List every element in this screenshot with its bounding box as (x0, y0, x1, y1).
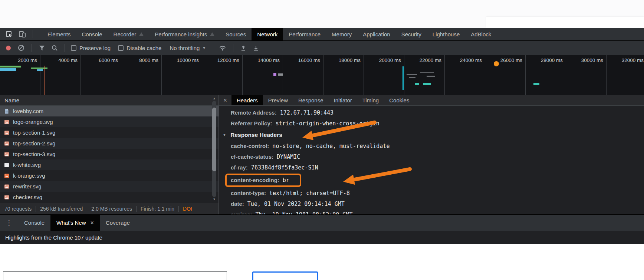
response-header-row: date:Tue, 01 Nov 2022 09:14:14 GMT (219, 198, 644, 209)
inspect-element-icon[interactable] (2, 28, 16, 40)
preview-feature-icon (210, 32, 214, 36)
main-panel-tab[interactable]: Elements (42, 28, 76, 40)
network-overview-timeline[interactable]: 2000 ms 4000 ms 6000 ms 8000 ms 10000 ms… (0, 55, 644, 95)
details-tab[interactable]: Initiator (329, 95, 357, 105)
request-row[interactable]: rewriter.svg (0, 181, 218, 192)
chevron-down-icon: ▾ (203, 45, 205, 50)
divider (32, 44, 32, 52)
details-tab[interactable]: Response (293, 95, 329, 105)
scrollbar-thumb[interactable] (212, 108, 216, 171)
device-toolbar-icon[interactable] (16, 28, 29, 40)
file-type-icon (4, 119, 10, 125)
main-panel-tab[interactable]: Network (252, 28, 283, 40)
drawer-tab[interactable]: Console × (18, 215, 50, 231)
timeline-mark (409, 77, 415, 78)
browser-page-area (0, 0, 644, 28)
scroll-down-icon[interactable]: ▼ (211, 197, 217, 202)
request-name: rewriter.svg (13, 183, 42, 190)
divider (33, 30, 33, 38)
close-icon[interactable]: × (91, 220, 94, 226)
timeline-marks (0, 55, 644, 95)
preserve-log-checkbox[interactable]: Preserve log (71, 45, 111, 51)
status-item: 256 kB transferred (32, 206, 83, 212)
disable-cache-checkbox[interactable]: Disable cache (118, 45, 161, 51)
main-panel-tab[interactable]: Performance (283, 28, 326, 40)
search-icon[interactable] (48, 41, 61, 55)
request-row[interactable]: k-white.svg (0, 159, 218, 170)
main-panel-tab[interactable]: Security (396, 28, 427, 40)
main-panel-tab[interactable]: Application (357, 28, 395, 40)
request-row[interactable]: logo-orange.svg (0, 116, 218, 127)
checkbox-icon (71, 45, 76, 51)
details-tab-bar: × Headers Preview Response (219, 95, 644, 106)
overflow-menu-icon[interactable]: ⋮ (0, 218, 18, 227)
main-panel-tab[interactable]: Lighthouse (427, 28, 465, 40)
export-har-icon[interactable] (250, 41, 262, 55)
file-type-icon (4, 194, 10, 200)
devtools-window: Elements Console Recorder Performance in… (0, 0, 644, 280)
details-tab[interactable]: Preview (263, 95, 293, 105)
response-header-row: cf-ray:763384df8f5fa3ec-SIN (219, 162, 644, 173)
request-row[interactable]: kwebby.com (0, 106, 218, 116)
scrollbar-track[interactable] (212, 101, 216, 197)
filter-icon[interactable] (36, 41, 48, 55)
request-row[interactable]: checker.svg (0, 192, 218, 202)
status-item: 70 requests (4, 206, 32, 212)
record-button[interactable] (6, 46, 11, 50)
response-header-row: expires:Thu, 19 Nov 1981 08:52:00 GMT (219, 209, 644, 214)
whats-new-content (0, 244, 644, 280)
request-name: top-section-3.svg (13, 151, 55, 157)
response-headers-list: cache-control:no-store, no-cache, must-r… (219, 141, 644, 214)
main-panel-tab[interactable]: Memory (326, 28, 357, 40)
timeline-mark (273, 73, 276, 76)
response-header-row: content-type:text/html; charset=UTF-8 (219, 188, 644, 198)
inspect-cursor-icon (5, 30, 13, 38)
disclosure-triangle-icon: ▼ (223, 129, 226, 141)
timeline-mark (533, 83, 539, 85)
timeline-mark (494, 61, 499, 66)
import-har-icon[interactable] (237, 41, 250, 55)
checkbox-icon (118, 45, 124, 51)
timeline-mark (420, 72, 434, 73)
status-items: 70 requests 256 kB transferred 2.0 MB re… (4, 206, 174, 212)
whats-new-headline: Highlights from the Chrome 107 update (0, 231, 644, 244)
main-panel-tab[interactable]: Sources (220, 28, 252, 40)
details-tab[interactable]: Cookies (384, 95, 414, 105)
main-panel-tab[interactable]: Console (76, 28, 108, 40)
divider (212, 44, 212, 52)
timeline-mark (45, 66, 45, 95)
request-row[interactable]: k-orange.svg (0, 170, 218, 181)
main-panel-tab[interactable]: Performance insights (149, 28, 220, 40)
main-panel-tab[interactable]: Recorder (108, 28, 150, 40)
name-column-header[interactable]: Name (0, 95, 218, 106)
status-metric-truncated: DOI (174, 206, 192, 212)
whats-new-focused-item[interactable] (252, 271, 318, 280)
timeline-mark (0, 68, 16, 71)
request-row[interactable]: top-section-3.svg (0, 149, 218, 159)
network-status-bar: 70 requests 256 kB transferred 2.0 MB re… (0, 203, 218, 214)
network-toolbar: Preserve log Disable cache No throttling… (0, 41, 644, 55)
timeline-mark (37, 69, 43, 71)
request-name: k-white.svg (13, 162, 41, 168)
clear-icon[interactable] (18, 45, 24, 51)
response-header-row: cache-control:no-store, no-cache, must-r… (219, 141, 644, 151)
main-panel-tab[interactable]: AdBlock (465, 28, 497, 40)
scroll-up-icon[interactable]: ▲ (211, 96, 217, 101)
timeline-mark (0, 66, 21, 67)
details-tab[interactable]: Headers (231, 95, 263, 105)
request-row[interactable]: top-section-1.svg (0, 127, 218, 138)
scrollbar[interactable]: ▲ ▼ (211, 96, 217, 202)
details-tab[interactable]: Timing (357, 95, 384, 105)
file-type-icon (4, 162, 10, 168)
response-headers-section[interactable]: ▼ Response Headers (219, 129, 644, 141)
throttling-dropdown[interactable]: No throttling ▾ (170, 45, 205, 51)
drawer-tab[interactable]: What's New × (50, 215, 100, 231)
network-conditions-icon[interactable] (216, 41, 229, 55)
request-details-panel: × Headers Preview Response (219, 95, 644, 214)
file-type-icon (4, 173, 10, 179)
close-icon[interactable]: × (219, 97, 231, 104)
timeline-mark (402, 66, 404, 90)
request-row[interactable]: top-section-2.svg (0, 138, 218, 149)
drawer-tab[interactable]: Coverage × (100, 215, 136, 231)
divider (233, 44, 233, 52)
